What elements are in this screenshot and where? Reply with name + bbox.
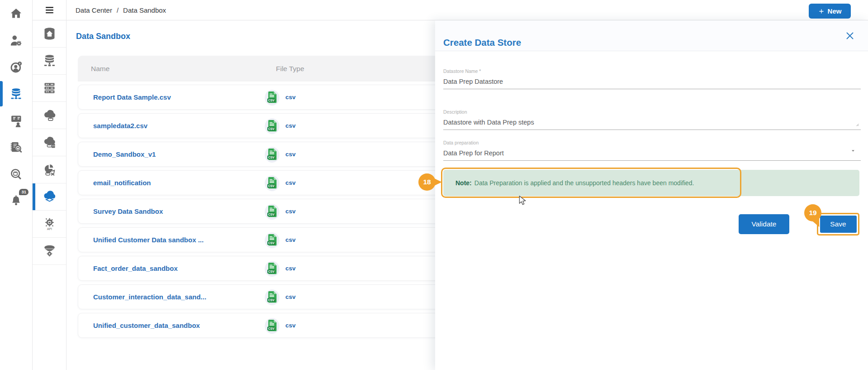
primary-sidebar-item[interactable]	[0, 137, 32, 157]
page-title: Data Sandbox	[76, 32, 130, 41]
home-icon	[9, 7, 23, 21]
datastore-name-link[interactable]: Report Data Sample.csv	[78, 93, 261, 101]
menu-toggle-button[interactable]	[33, 0, 66, 20]
secondary-sidebar-item[interactable]	[33, 20, 66, 48]
description-field[interactable]: Description Datastore with Data Prep ste…	[443, 109, 861, 130]
datastore-name-link[interactable]: Demo_Sandbox_v1	[78, 150, 261, 158]
hamburger-menu-icon	[44, 5, 55, 16]
svg-text:CSV: CSV	[268, 298, 275, 301]
save-button[interactable]: Save	[820, 216, 857, 233]
csv-file-icon: CSV	[264, 317, 280, 335]
svg-text:CSV: CSV	[268, 269, 275, 273]
file-type-label: csv	[285, 122, 296, 129]
csv-file-icon: CSV	[264, 202, 280, 221]
file-type-cell: CSV csv	[261, 174, 296, 192]
datastore-name-link[interactable]: email_notification	[78, 179, 261, 187]
secondary-sidebar-item[interactable]	[33, 156, 66, 183]
csv-file-icon: CSV	[264, 117, 280, 135]
training-presenter-icon	[9, 114, 23, 128]
breadcrumb-separator: /	[117, 6, 119, 14]
active-indicator	[33, 183, 35, 210]
primary-sidebar-item[interactable]	[0, 84, 32, 104]
svg-text:CSV: CSV	[268, 155, 275, 159]
field-underline	[443, 89, 861, 89]
database-network-icon	[42, 53, 57, 68]
datastore-name-link[interactable]: Survey Data Sandbox	[78, 207, 261, 215]
data-sandbox-cloud-icon	[42, 189, 57, 204]
datastore-name-field[interactable]: Datastore Name * Data Prep Datastore	[443, 68, 861, 89]
svg-text:CSV: CSV	[268, 212, 275, 216]
file-type-cell: CSV csv	[261, 259, 296, 278]
data-center-icon	[9, 87, 23, 101]
primary-sidebar-item[interactable]	[0, 111, 32, 130]
file-type-cell: CSV csv	[261, 317, 296, 335]
notifications-bell-icon	[9, 194, 23, 208]
data-preparation-select[interactable]: Data preparation Data Prep for Report	[443, 139, 861, 161]
cloud-query-icon: </>	[42, 135, 57, 150]
primary-sidebar: 31	[0, 0, 33, 370]
textarea-resize-icon[interactable]	[853, 120, 859, 127]
datastore-name-link[interactable]: Unified Customer Data sandbox ...	[78, 236, 261, 244]
datastore-name-label: Datastore Name *	[443, 68, 861, 74]
csv-file-icon: CSV	[264, 231, 280, 249]
csv-file-icon: CSV	[264, 259, 280, 278]
chevron-down-icon[interactable]	[850, 148, 856, 154]
csv-file-icon: CSV	[264, 88, 280, 106]
breadcrumb: Data Center / Data Sandbox	[76, 0, 166, 20]
validate-button[interactable]: Validate	[739, 214, 789, 234]
breadcrumb-item-data-center[interactable]: Data Center	[76, 6, 112, 14]
user-settings-icon	[9, 34, 23, 48]
csv-file-icon: CSV	[264, 288, 280, 306]
primary-sidebar-item[interactable]	[0, 164, 32, 184]
secondary-sidebar-item[interactable]	[33, 102, 66, 129]
new-button-label: New	[828, 7, 842, 15]
svg-text:CSV: CSV	[268, 327, 275, 330]
field-underline	[443, 160, 861, 161]
audit-log-search-icon	[9, 140, 23, 154]
svg-text:</>: </>	[51, 144, 55, 147]
data-preparation-value[interactable]: Data Prep for Report	[443, 149, 861, 158]
note-banner: Note: Data Preparation is applied and th…	[443, 170, 859, 196]
account-security-icon	[9, 60, 23, 74]
file-type-label: csv	[285, 236, 296, 243]
secondary-sidebar-item[interactable]: API	[33, 211, 66, 238]
plus-icon	[818, 8, 825, 14]
server-stack-icon	[42, 81, 57, 96]
secondary-sidebar-item[interactable]	[33, 48, 66, 75]
svg-text:CSV: CSV	[268, 127, 275, 130]
secondary-sidebar-item[interactable]	[33, 75, 66, 102]
close-icon[interactable]	[844, 30, 855, 41]
datastore-name-value[interactable]: Data Prep Datastore	[443, 77, 861, 86]
primary-sidebar-item[interactable]	[0, 4, 32, 24]
file-type-cell: CSV csv	[261, 288, 296, 306]
secondary-sidebar-item[interactable]: </>	[33, 129, 66, 156]
primary-sidebar-item[interactable]: 31	[0, 191, 32, 211]
secondary-sidebar-item[interactable]	[33, 183, 66, 211]
primary-sidebar-item[interactable]	[0, 30, 32, 50]
description-label: Description	[443, 109, 861, 115]
panel-header: Create Data Store	[435, 20, 868, 51]
file-type-cell: CSV csv	[261, 88, 296, 106]
file-type-label: csv	[285, 265, 296, 272]
breadcrumb-item-data-sandbox[interactable]: Data Sandbox	[123, 6, 166, 14]
datastore-name-link[interactable]: Unified_customer_data_sandbox	[78, 322, 261, 329]
description-value[interactable]: Datastore with Data Prep steps	[443, 118, 861, 127]
create-data-store-panel: Create Data Store Datastore Name * Data …	[435, 20, 868, 370]
primary-sidebar-item[interactable]	[0, 57, 32, 77]
svg-text:CSV: CSV	[268, 98, 275, 101]
file-type-label: csv	[285, 208, 296, 215]
file-type-label: csv	[285, 293, 296, 300]
active-indicator	[0, 81, 3, 106]
app-screen: Data Center / Data Sandbox New	[0, 0, 868, 370]
file-type-label: csv	[285, 179, 296, 186]
step-19-badge: 19	[804, 204, 821, 221]
data-exchange-icon	[42, 162, 57, 177]
datastore-name-link[interactable]: Fact_order_data_sandbox	[78, 264, 261, 272]
file-type-cell: CSV csv	[261, 202, 296, 221]
secondary-sidebar-item[interactable]	[33, 238, 66, 265]
datastore-name-link[interactable]: Customer_interaction_data_sand...	[78, 293, 261, 301]
datastore-name-link[interactable]: sampledata2.csv	[78, 122, 261, 130]
csv-file-icon: CSV	[264, 145, 280, 163]
data-preparation-label: Data preparation	[443, 139, 861, 146]
new-button[interactable]: New	[809, 4, 851, 19]
